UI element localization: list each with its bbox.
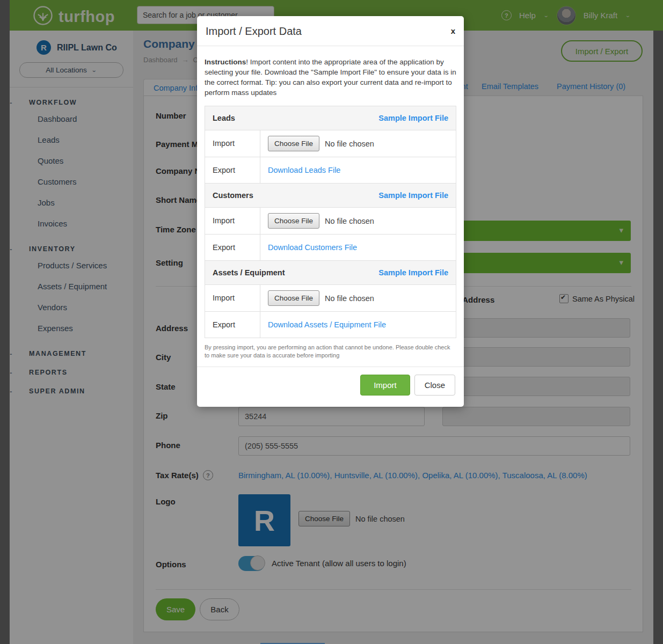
modal-header: Import / Export Data x <box>197 16 464 46</box>
leads-section-header: Leads Sample Import File <box>205 106 456 130</box>
assets-sample-import-link[interactable]: Sample Import File <box>378 268 448 277</box>
download-customers-link[interactable]: Download Customers File <box>268 243 357 252</box>
import-export-modal: Import / Export Data x Instructions! Imp… <box>197 16 464 407</box>
close-icon[interactable]: x <box>451 27 455 35</box>
customers-export-row: Export Download Customers File <box>205 234 456 260</box>
assets-export-row: Export Download Assets / Equipment File <box>205 311 456 338</box>
leads-export-row: Export Download Leads File <box>205 157 456 183</box>
download-leads-link[interactable]: Download Leads File <box>268 166 340 174</box>
modal-import-button[interactable]: Import <box>360 375 410 396</box>
customers-export-label: Export <box>205 235 260 260</box>
leads-no-file-text: No file chosen <box>325 140 374 148</box>
leads-section-title: Leads <box>213 114 235 122</box>
import-export-table: Leads Sample Import File Import Choose F… <box>205 106 456 338</box>
customers-no-file-text: No file chosen <box>325 217 374 225</box>
customers-import-row: Import Choose File No file chosen <box>205 207 456 234</box>
leads-import-row: Import Choose File No file chosen <box>205 130 456 157</box>
assets-section-title: Assets / Equipment <box>213 268 285 277</box>
download-assets-link[interactable]: Download Assets / Equipment File <box>268 320 386 329</box>
modal-warning: By pressing import, you are performing a… <box>205 343 456 360</box>
leads-sample-import-link[interactable]: Sample Import File <box>378 114 448 122</box>
assets-export-label: Export <box>205 312 260 338</box>
customers-sample-import-link[interactable]: Sample Import File <box>378 191 448 200</box>
assets-import-row: Import Choose File No file chosen <box>205 284 456 311</box>
customers-section-header: Customers Sample Import File <box>205 183 456 207</box>
assets-no-file-text: No file chosen <box>325 294 374 303</box>
customers-section-title: Customers <box>213 191 253 200</box>
leads-export-label: Export <box>205 157 260 183</box>
modal-title: Import / Export Data <box>206 25 302 37</box>
assets-section-header: Assets / Equipment Sample Import File <box>205 260 456 284</box>
leads-choose-file-button[interactable]: Choose File <box>268 136 319 151</box>
modal-footer: Import Close <box>197 367 464 403</box>
instructions-bold: Instructions <box>205 58 246 66</box>
modal-instructions: Instructions! Import content into the ap… <box>205 57 456 98</box>
modal-body: Instructions! Import content into the ap… <box>197 46 464 360</box>
assets-import-label: Import <box>205 285 260 311</box>
modal-close-button[interactable]: Close <box>414 375 455 396</box>
customers-import-label: Import <box>205 208 260 234</box>
leads-import-label: Import <box>205 130 260 157</box>
customers-choose-file-button[interactable]: Choose File <box>268 213 319 229</box>
assets-choose-file-button[interactable]: Choose File <box>268 290 319 306</box>
